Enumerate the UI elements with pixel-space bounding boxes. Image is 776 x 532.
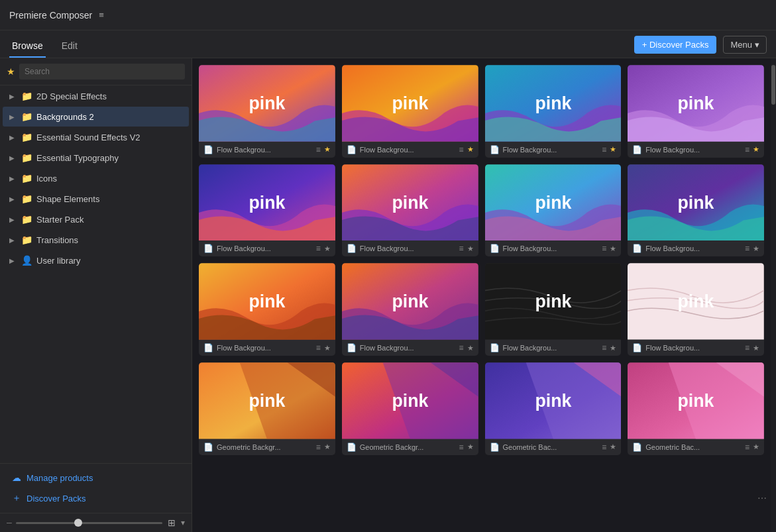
hamburger-icon[interactable]: ≡ — [745, 343, 749, 352]
scrollbar-track[interactable] — [771, 58, 776, 532]
star-icon[interactable]: ★ — [610, 244, 616, 253]
document-icon: 📄 — [490, 343, 500, 352]
sidebar-item-user-library[interactable]: ▶ 👤 User library — [3, 250, 189, 270]
hamburger-icon[interactable]: ≡ — [602, 443, 606, 452]
card-info-row: 📄 Flow Backgrou... ≡ ★ — [628, 240, 764, 256]
grid-view-icon[interactable]: ⊞ — [168, 517, 176, 528]
hamburger-icon[interactable]: ≡ — [745, 443, 749, 452]
star-icon[interactable]: ★ — [610, 443, 616, 451]
document-icon: 📄 — [490, 244, 500, 253]
star-icon[interactable]: ★ — [753, 443, 759, 451]
document-icon: 📄 — [632, 343, 642, 352]
menu-button[interactable]: Menu ▾ — [723, 36, 767, 54]
hamburger-icon[interactable]: ≡ — [459, 244, 463, 253]
scrollbar-thumb[interactable] — [771, 65, 775, 105]
card-name: Flow Backgrou... — [217, 146, 313, 154]
hamburger-icon[interactable]: ≡ — [602, 244, 606, 253]
card-thumbnail: pink — [628, 164, 764, 241]
discover-packs-button[interactable]: + Discover Packs — [634, 36, 717, 54]
card-item[interactable]: pink 📄 Flow Backgrou... ≡ ★ — [485, 65, 622, 158]
sidebar-item-backgrounds-2[interactable]: ▶ 📁 Backgrounds 2 — [3, 107, 189, 127]
hamburger-icon[interactable]: ≡ — [745, 145, 749, 154]
document-icon: 📄 — [203, 443, 213, 452]
star-icon[interactable]: ★ — [610, 344, 616, 352]
document-icon: 📄 — [347, 443, 357, 452]
hamburger-icon[interactable]: ≡ — [316, 244, 321, 253]
card-item[interactable]: pink 📄 Geometric Backgr... ≡ ★ — [199, 362, 335, 455]
card-item[interactable]: pink 📄 Flow Backgrou... ≡ ★ — [199, 65, 335, 158]
discover-packs-label: Discover Packs — [27, 494, 86, 504]
hamburger-icon[interactable]: ≡ — [745, 244, 749, 253]
star-icon[interactable]: ★ — [753, 244, 759, 253]
folder-icon: 📁 — [21, 132, 32, 142]
card-item[interactable]: pink 📄 Flow Backgrou... ≡ ★ — [199, 263, 335, 356]
star-icon[interactable]: ★ — [324, 443, 331, 451]
star-icon[interactable]: ★ — [467, 344, 474, 352]
hamburger-icon[interactable]: ≡ — [602, 343, 606, 352]
card-name: Flow Backgrou... — [645, 146, 742, 154]
slider-track[interactable] — [16, 522, 162, 524]
card-name: Flow Backgrou... — [503, 146, 599, 154]
star-icon[interactable]: ★ — [467, 145, 474, 154]
sidebar-item-2d-special-effects[interactable]: ▶ 📁 2D Special Effects — [3, 86, 189, 106]
discover-packs-item[interactable]: ＋ Discover Packs ⋯ — [7, 489, 185, 507]
app-title: Premiere Composer — [9, 10, 92, 21]
star-icon[interactable]: ★ — [7, 66, 15, 77]
document-icon: 📄 — [203, 343, 213, 352]
hamburger-icon[interactable]: ≡ — [602, 145, 606, 154]
star-icon[interactable]: ★ — [324, 244, 331, 253]
card-item[interactable]: pink 📄 Geometric Bac... ≡ ★ — [628, 362, 764, 455]
sidebar-item-essential-typography[interactable]: ▶ 📁 Essential Typography — [3, 148, 189, 168]
sidebar-item-label: Shape Elements — [36, 194, 99, 204]
sidebar-item-essential-sound[interactable]: ▶ 📁 Essential Sound Effects V2 — [3, 127, 189, 147]
sidebar-item-starter-pack[interactable]: ▶ 📁 Starter Pack — [3, 209, 189, 229]
card-item[interactable]: pink 📄 Flow Backgrou... ≡ ★ — [628, 263, 764, 356]
card-item[interactable]: pink 📄 Flow Backgrou... ≡ ★ — [342, 263, 478, 356]
hamburger-icon[interactable]: ≡ — [459, 443, 463, 452]
sidebar-item-label: Essential Sound Effects V2 — [36, 133, 140, 142]
chevron-down-icon[interactable]: ▾ — [181, 518, 185, 527]
star-icon[interactable]: ★ — [324, 145, 331, 154]
slider-thumb[interactable] — [74, 519, 82, 527]
manage-products-item[interactable]: ☁ Manage products — [7, 469, 185, 486]
hamburger-icon[interactable]: ≡ — [459, 145, 463, 154]
card-item[interactable]: pink 📄 Geometric Backgr... ≡ ★ — [342, 362, 478, 455]
tab-edit[interactable]: Edit — [59, 35, 80, 58]
card-thumbnail: pink — [199, 362, 335, 439]
document-icon: 📄 — [347, 145, 357, 154]
star-icon[interactable]: ★ — [324, 344, 331, 352]
card-item[interactable]: pink 📄 Flow Backgrou... ≡ ★ — [199, 164, 335, 257]
card-item[interactable]: pink 📄 Flow Backgrou... ≡ ★ — [628, 164, 764, 257]
card-item[interactable]: pink 📄 Flow Backgrou... ≡ ★ — [485, 164, 622, 257]
sidebar-item-label: Backgrounds 2 — [36, 112, 94, 122]
sidebar-item-label: Icons — [36, 174, 57, 184]
card-item[interactable]: pink 📄 Flow Backgrou... ≡ ★ — [628, 65, 764, 158]
hamburger-icon[interactable]: ≡ — [316, 145, 321, 154]
star-icon[interactable]: ★ — [753, 145, 759, 154]
sidebar-item-transitions[interactable]: ▶ 📁 Transitions — [3, 230, 189, 250]
card-name: Geometric Backgr... — [217, 443, 313, 451]
search-input[interactable] — [19, 64, 185, 80]
card-item[interactable]: pink 📄 Flow Backgrou... ≡ ★ — [342, 65, 478, 158]
star-icon[interactable]: ★ — [610, 145, 616, 154]
svg-text:pink: pink — [392, 391, 428, 411]
card-info-row: 📄 Flow Backgrou... ≡ ★ — [485, 340, 622, 356]
hamburger-icon[interactable]: ≡ — [316, 443, 321, 452]
zoom-slider[interactable]: ─ — [7, 519, 162, 527]
card-item[interactable]: pink 📄 Flow Backgrou... ≡ ★ — [485, 263, 622, 356]
star-icon[interactable]: ★ — [467, 443, 474, 451]
svg-text:pink: pink — [249, 391, 285, 411]
document-icon: 📄 — [203, 145, 213, 154]
sidebar-items-list: ▶ 📁 2D Special Effects ▶ 📁 Backgrounds 2… — [0, 85, 192, 463]
star-icon[interactable]: ★ — [753, 344, 759, 352]
card-item[interactable]: pink 📄 Flow Backgrou... ≡ ★ — [342, 164, 478, 257]
tab-browse[interactable]: Browse — [9, 35, 46, 58]
menu-icon[interactable]: ≡ — [99, 10, 104, 20]
sidebar-item-icons[interactable]: ▶ 📁 Icons — [3, 168, 189, 188]
card-info-row: 📄 Flow Backgrou... ≡ ★ — [485, 142, 622, 158]
hamburger-icon[interactable]: ≡ — [459, 343, 463, 352]
card-item[interactable]: pink 📄 Geometric Bac... ≡ ★ — [485, 362, 622, 455]
hamburger-icon[interactable]: ≡ — [316, 343, 321, 352]
star-icon[interactable]: ★ — [467, 244, 474, 253]
sidebar-item-shape-elements[interactable]: ▶ 📁 Shape Elements — [3, 189, 189, 209]
